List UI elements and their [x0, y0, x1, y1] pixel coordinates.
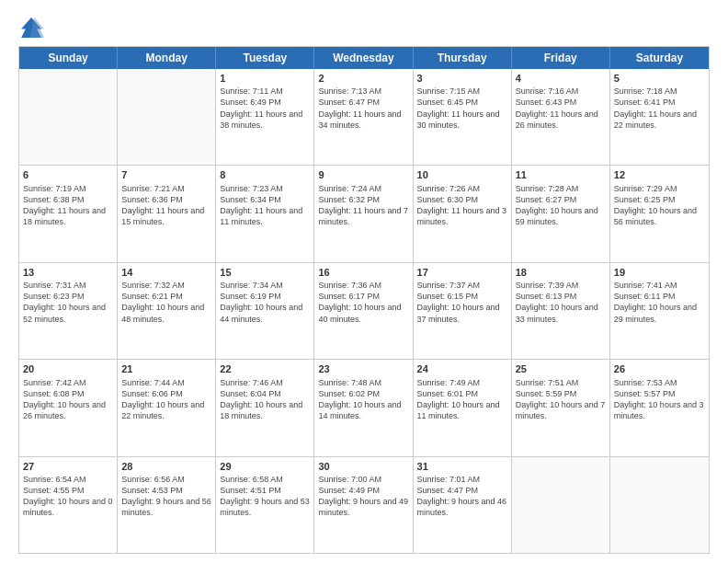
calendar-cell-empty-0-0 — [19, 69, 118, 165]
day-number: 14 — [121, 266, 211, 279]
cell-text: Sunrise: 7:24 AM Sunset: 6:32 PM Dayligh… — [318, 183, 408, 228]
header-day-tuesday: Tuesday — [216, 47, 314, 69]
day-number: 2 — [318, 72, 408, 85]
cell-text: Sunrise: 7:16 AM Sunset: 6:43 PM Dayligh… — [516, 86, 606, 131]
day-number: 10 — [417, 168, 507, 181]
day-number: 26 — [614, 362, 705, 375]
page: SundayMondayTuesdayWednesdayThursdayFrid… — [0, 0, 728, 563]
calendar: SundayMondayTuesdayWednesdayThursdayFrid… — [18, 46, 710, 554]
logo — [18, 15, 48, 40]
cell-text: Sunrise: 6:58 AM Sunset: 4:51 PM Dayligh… — [220, 474, 310, 519]
day-number: 22 — [220, 362, 310, 375]
calendar-row-2: 6Sunrise: 7:19 AM Sunset: 6:38 PM Daylig… — [19, 166, 709, 262]
cell-text: Sunrise: 7:51 AM Sunset: 5:59 PM Dayligh… — [516, 377, 606, 422]
calendar-cell-5: 5Sunrise: 7:18 AM Sunset: 6:41 PM Daylig… — [610, 69, 709, 165]
calendar-cell-4: 4Sunrise: 7:16 AM Sunset: 6:43 PM Daylig… — [512, 69, 610, 165]
cell-text: Sunrise: 7:53 AM Sunset: 5:57 PM Dayligh… — [614, 377, 705, 422]
day-number: 1 — [220, 72, 310, 85]
header-day-wednesday: Wednesday — [314, 47, 413, 69]
cell-text: Sunrise: 7:44 AM Sunset: 6:06 PM Dayligh… — [121, 377, 211, 422]
day-number: 24 — [417, 362, 507, 375]
cell-text: Sunrise: 7:15 AM Sunset: 6:45 PM Dayligh… — [417, 86, 507, 131]
calendar-cell-8: 8Sunrise: 7:23 AM Sunset: 6:34 PM Daylig… — [216, 166, 314, 261]
calendar-cell-3: 3Sunrise: 7:15 AM Sunset: 6:45 PM Daylig… — [414, 69, 512, 165]
calendar-cell-10: 10Sunrise: 7:26 AM Sunset: 6:30 PM Dayli… — [414, 166, 512, 261]
day-number: 13 — [23, 266, 113, 279]
calendar-cell-11: 11Sunrise: 7:28 AM Sunset: 6:27 PM Dayli… — [512, 166, 610, 261]
day-number: 31 — [417, 460, 507, 473]
calendar-cell-2: 2Sunrise: 7:13 AM Sunset: 6:47 PM Daylig… — [314, 69, 413, 165]
day-number: 3 — [417, 72, 507, 85]
calendar-cell-17: 17Sunrise: 7:37 AM Sunset: 6:15 PM Dayli… — [414, 263, 512, 359]
header-day-friday: Friday — [512, 47, 610, 69]
day-number: 7 — [121, 168, 211, 181]
calendar-cell-22: 22Sunrise: 7:46 AM Sunset: 6:04 PM Dayli… — [216, 360, 314, 455]
calendar-cell-empty-0-1 — [118, 69, 216, 165]
calendar-cell-20: 20Sunrise: 7:42 AM Sunset: 6:08 PM Dayli… — [19, 360, 118, 455]
calendar-cell-12: 12Sunrise: 7:29 AM Sunset: 6:25 PM Dayli… — [610, 166, 709, 261]
day-number: 8 — [220, 168, 310, 181]
day-number: 12 — [614, 168, 705, 181]
header-day-monday: Monday — [118, 47, 216, 69]
day-number: 23 — [318, 362, 408, 375]
cell-text: Sunrise: 7:48 AM Sunset: 6:02 PM Dayligh… — [318, 377, 408, 422]
calendar-body: 1Sunrise: 7:11 AM Sunset: 6:49 PM Daylig… — [19, 69, 709, 553]
day-number: 29 — [220, 460, 310, 473]
cell-text: Sunrise: 7:01 AM Sunset: 4:47 PM Dayligh… — [417, 474, 507, 519]
cell-text: Sunrise: 6:54 AM Sunset: 4:55 PM Dayligh… — [23, 474, 113, 519]
cell-text: Sunrise: 7:41 AM Sunset: 6:11 PM Dayligh… — [614, 280, 705, 325]
calendar-cell-14: 14Sunrise: 7:32 AM Sunset: 6:21 PM Dayli… — [118, 263, 216, 359]
calendar-cell-15: 15Sunrise: 7:34 AM Sunset: 6:19 PM Dayli… — [216, 263, 314, 359]
cell-text: Sunrise: 7:46 AM Sunset: 6:04 PM Dayligh… — [220, 377, 310, 422]
calendar-cell-18: 18Sunrise: 7:39 AM Sunset: 6:13 PM Dayli… — [512, 263, 610, 359]
day-number: 4 — [516, 72, 606, 85]
calendar-cell-26: 26Sunrise: 7:53 AM Sunset: 5:57 PM Dayli… — [610, 360, 709, 455]
day-number: 25 — [516, 362, 606, 375]
cell-text: Sunrise: 7:37 AM Sunset: 6:15 PM Dayligh… — [417, 280, 507, 325]
cell-text: Sunrise: 6:56 AM Sunset: 4:53 PM Dayligh… — [121, 474, 211, 519]
calendar-cell-31: 31Sunrise: 7:01 AM Sunset: 4:47 PM Dayli… — [414, 457, 512, 553]
cell-text: Sunrise: 7:21 AM Sunset: 6:36 PM Dayligh… — [121, 183, 211, 228]
cell-text: Sunrise: 7:19 AM Sunset: 6:38 PM Dayligh… — [23, 183, 113, 228]
calendar-cell-29: 29Sunrise: 6:58 AM Sunset: 4:51 PM Dayli… — [216, 457, 314, 553]
cell-text: Sunrise: 7:29 AM Sunset: 6:25 PM Dayligh… — [614, 183, 705, 228]
calendar-row-4: 20Sunrise: 7:42 AM Sunset: 6:08 PM Dayli… — [19, 360, 709, 456]
calendar-cell-30: 30Sunrise: 7:00 AM Sunset: 4:49 PM Dayli… — [314, 457, 413, 553]
header-day-thursday: Thursday — [414, 47, 512, 69]
calendar-cell-1: 1Sunrise: 7:11 AM Sunset: 6:49 PM Daylig… — [216, 69, 314, 165]
day-number: 28 — [121, 460, 211, 473]
cell-text: Sunrise: 7:32 AM Sunset: 6:21 PM Dayligh… — [121, 280, 211, 325]
day-number: 16 — [318, 266, 408, 279]
header-day-sunday: Sunday — [19, 47, 118, 69]
day-number: 20 — [23, 362, 113, 375]
calendar-row-3: 13Sunrise: 7:31 AM Sunset: 6:23 PM Dayli… — [19, 263, 709, 360]
calendar-header: SundayMondayTuesdayWednesdayThursdayFrid… — [19, 47, 709, 69]
cell-text: Sunrise: 7:49 AM Sunset: 6:01 PM Dayligh… — [417, 377, 507, 422]
cell-text: Sunrise: 7:39 AM Sunset: 6:13 PM Dayligh… — [516, 280, 606, 325]
calendar-cell-28: 28Sunrise: 6:56 AM Sunset: 4:53 PM Dayli… — [118, 457, 216, 553]
day-number: 5 — [614, 72, 705, 85]
day-number: 15 — [220, 266, 310, 279]
cell-text: Sunrise: 7:18 AM Sunset: 6:41 PM Dayligh… — [614, 86, 705, 131]
cell-text: Sunrise: 7:28 AM Sunset: 6:27 PM Dayligh… — [516, 183, 606, 228]
cell-text: Sunrise: 7:13 AM Sunset: 6:47 PM Dayligh… — [318, 86, 408, 131]
day-number: 17 — [417, 266, 507, 279]
cell-text: Sunrise: 7:36 AM Sunset: 6:17 PM Dayligh… — [318, 280, 408, 325]
calendar-cell-9: 9Sunrise: 7:24 AM Sunset: 6:32 PM Daylig… — [314, 166, 413, 261]
calendar-cell-7: 7Sunrise: 7:21 AM Sunset: 6:36 PM Daylig… — [118, 166, 216, 261]
calendar-cell-empty-4-6 — [610, 457, 709, 553]
calendar-cell-24: 24Sunrise: 7:49 AM Sunset: 6:01 PM Dayli… — [414, 360, 512, 455]
calendar-cell-27: 27Sunrise: 6:54 AM Sunset: 4:55 PM Dayli… — [19, 457, 118, 553]
calendar-cell-19: 19Sunrise: 7:41 AM Sunset: 6:11 PM Dayli… — [610, 263, 709, 359]
calendar-cell-13: 13Sunrise: 7:31 AM Sunset: 6:23 PM Dayli… — [19, 263, 118, 359]
day-number: 9 — [318, 168, 408, 181]
cell-text: Sunrise: 7:34 AM Sunset: 6:19 PM Dayligh… — [220, 280, 310, 325]
day-number: 11 — [516, 168, 606, 181]
day-number: 21 — [121, 362, 211, 375]
cell-text: Sunrise: 7:00 AM Sunset: 4:49 PM Dayligh… — [318, 474, 408, 519]
day-number: 27 — [23, 460, 113, 473]
day-number: 18 — [516, 266, 606, 279]
header — [18, 15, 710, 40]
day-number: 19 — [614, 266, 705, 279]
day-number: 6 — [23, 168, 113, 181]
